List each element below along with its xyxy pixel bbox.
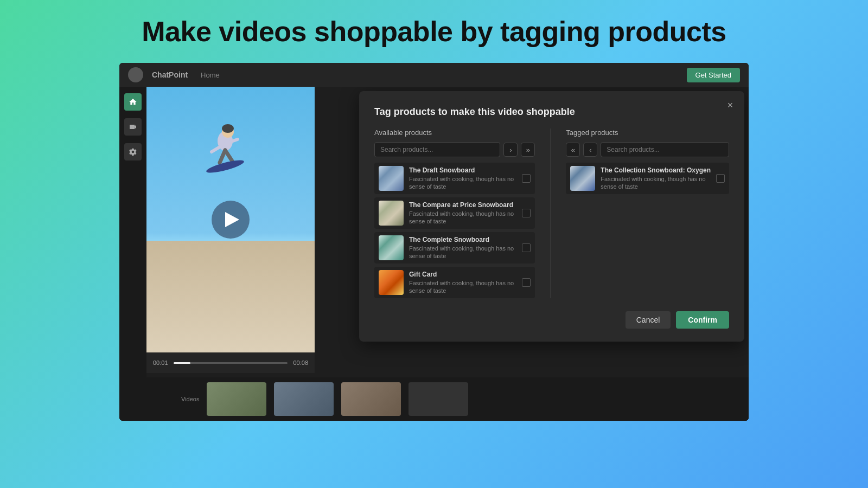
tagged-products-list: The Collection Snowboard: Oxygen Fascina… xyxy=(566,163,729,194)
product-thumbnail xyxy=(379,235,404,260)
modal-title: Tag products to make this video shoppabl… xyxy=(374,106,729,118)
tagged-products-header: Tagged products xyxy=(566,129,729,137)
available-products-column: Available products › » xyxy=(374,129,535,298)
column-divider xyxy=(550,129,551,298)
time-current: 00:01 xyxy=(153,359,168,366)
available-search-bar: › » xyxy=(374,142,535,157)
progress-fill xyxy=(174,362,191,364)
product-name: Gift Card xyxy=(409,271,516,278)
app-name: ChatPoint xyxy=(152,70,188,79)
time-total: 00:08 xyxy=(293,359,308,366)
list-item: The Complete Snowboard Fascinated with c… xyxy=(374,232,535,264)
list-item: The Draft Snowboard Fascinated with cook… xyxy=(374,163,535,194)
top-bar-button[interactable]: Get Started xyxy=(687,68,740,82)
sidebar-item-settings[interactable] xyxy=(124,143,142,160)
svg-line-6 xyxy=(225,150,232,161)
product-thumbnail xyxy=(379,270,404,295)
product-checkbox[interactable] xyxy=(522,209,531,217)
product-desc: Fascinated with cooking, though has no s… xyxy=(409,210,516,226)
modal-close-button[interactable]: × xyxy=(724,99,737,112)
video-player-container: 00:01 00:08 xyxy=(146,87,315,377)
product-name: The Draft Snowboard xyxy=(409,166,516,174)
product-info: The Collection Snowboard: Oxygen Fascina… xyxy=(601,166,711,191)
svg-point-7 xyxy=(205,158,245,175)
main-content: 00:01 00:08 × Tag products to make this … xyxy=(119,87,749,421)
confirm-button[interactable]: Confirm xyxy=(676,311,729,329)
product-info: The Draft Snowboard Fascinated with cook… xyxy=(409,166,516,191)
modal-footer: Cancel Confirm xyxy=(374,311,729,329)
modal-body: Available products › » xyxy=(374,129,729,298)
tagged-prev-btn[interactable]: ‹ xyxy=(583,143,597,157)
app-logo xyxy=(128,67,143,82)
tag-products-modal: × Tag products to make this video shoppa… xyxy=(359,91,744,342)
filmstrip-item[interactable] xyxy=(207,382,266,416)
list-item: The Compare at Price Snowboard Fascinate… xyxy=(374,197,535,229)
list-item: The Collection Snowboard: Oxygen Fascina… xyxy=(566,163,729,194)
play-button[interactable] xyxy=(212,201,250,239)
product-desc: Fascinated with cooking, though has no s… xyxy=(409,279,516,295)
product-checkbox[interactable] xyxy=(522,278,531,287)
page-title: Make videos shoppable by tagging product… xyxy=(142,15,726,48)
product-checkbox[interactable] xyxy=(716,174,725,183)
product-thumbnail xyxy=(570,166,595,191)
filmstrip-item[interactable] xyxy=(274,382,334,416)
sidebar-item-home[interactable] xyxy=(124,93,142,111)
video-player xyxy=(146,87,315,352)
sidebar xyxy=(119,87,146,421)
filmstrip: Videos xyxy=(146,377,749,421)
sidebar-item-video[interactable] xyxy=(124,118,142,136)
search-last-btn[interactable]: » xyxy=(521,143,535,157)
product-checkbox[interactable] xyxy=(522,174,531,183)
app-window: ChatPoint Home Get Started xyxy=(119,63,749,421)
tagged-products-column: Tagged products « ‹ xyxy=(566,129,729,298)
top-bar: ChatPoint Home Get Started xyxy=(119,63,749,87)
list-item: Gift Card Fascinated with cooking, thoug… xyxy=(374,267,535,298)
filmstrip-item[interactable] xyxy=(409,382,468,416)
product-name: The Compare at Price Snowboard xyxy=(409,201,516,209)
snowboarder-illustration xyxy=(195,117,255,187)
available-products-list: The Draft Snowboard Fascinated with cook… xyxy=(374,163,535,298)
tagged-search-bar: « ‹ xyxy=(566,142,729,157)
video-controls: 00:01 00:08 xyxy=(146,352,315,373)
product-name: The Complete Snowboard xyxy=(409,236,516,243)
video-section: 00:01 00:08 × Tag products to make this … xyxy=(146,87,749,377)
tagged-search-input[interactable] xyxy=(601,142,729,157)
available-products-header: Available products xyxy=(374,129,535,137)
product-thumbnail xyxy=(379,201,404,226)
product-info: The Complete Snowboard Fascinated with c… xyxy=(409,236,516,260)
top-bar-nav: Home xyxy=(201,71,220,79)
progress-bar[interactable] xyxy=(174,362,288,364)
product-thumbnail xyxy=(379,166,404,191)
product-checkbox[interactable] xyxy=(522,243,531,252)
product-info: The Compare at Price Snowboard Fascinate… xyxy=(409,201,516,226)
content-area: 00:01 00:08 × Tag products to make this … xyxy=(146,87,749,421)
cancel-button[interactable]: Cancel xyxy=(626,311,671,329)
tagged-first-btn[interactable]: « xyxy=(566,143,580,157)
filmstrip-item[interactable] xyxy=(341,382,401,416)
product-info: Gift Card Fascinated with cooking, thoug… xyxy=(409,271,516,295)
product-name: The Collection Snowboard: Oxygen xyxy=(601,166,711,174)
product-desc: Fascinated with cooking, though has no s… xyxy=(601,175,711,191)
svg-point-2 xyxy=(222,124,234,133)
available-search-input[interactable] xyxy=(374,142,500,157)
filmstrip-label: Videos xyxy=(181,396,199,402)
search-next-btn[interactable]: › xyxy=(503,143,518,157)
product-desc: Fascinated with cooking, though has no s… xyxy=(409,245,516,260)
product-desc: Fascinated with cooking, though has no s… xyxy=(409,175,516,191)
